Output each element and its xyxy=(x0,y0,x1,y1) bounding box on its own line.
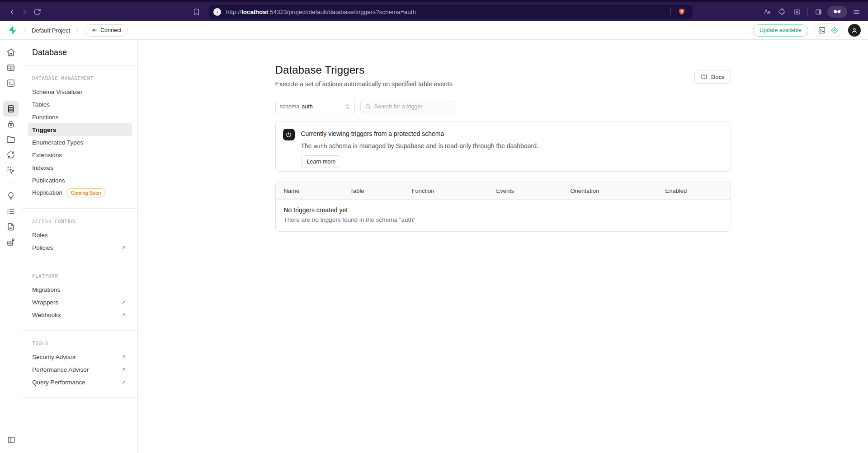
forward-icon[interactable] xyxy=(18,5,31,18)
column-header: Orientation xyxy=(571,187,665,194)
section-header: TOOLS xyxy=(22,337,137,350)
section-database-management: DATABASE MANAGEMENT Schema Visualizer Ta… xyxy=(22,65,137,208)
brave-shield-icon[interactable] xyxy=(675,5,688,18)
sidebar-item-triggers[interactable]: Triggers xyxy=(28,123,132,136)
sidebar-item-enumerated-types[interactable]: Enumerated Types xyxy=(28,136,132,149)
external-link-icon xyxy=(121,299,127,305)
database-icon[interactable] xyxy=(3,101,19,117)
external-link-icon xyxy=(121,379,127,385)
empty-state-title: No triggers created yet xyxy=(284,206,722,214)
trigger-search[interactable] xyxy=(360,100,455,113)
section-platform: PLATFORM Migrations Wrappers Webhooks xyxy=(22,263,137,330)
column-header: Name xyxy=(284,187,350,194)
wallet-search-icon[interactable] xyxy=(791,5,803,18)
rail-divider xyxy=(5,96,17,96)
protected-schema-banner: Currently viewing triggers from a protec… xyxy=(275,121,731,172)
section-access-control: ACCESS CONTROL Roles Policies xyxy=(22,209,137,263)
banner-title: Currently viewing triggers from a protec… xyxy=(301,130,538,137)
sidebar-item-wrappers[interactable]: Wrappers xyxy=(28,296,132,308)
triggers-table: Name Table Function Events Orientation E… xyxy=(275,182,731,232)
terminal-icon[interactable] xyxy=(818,26,826,34)
sidebar-item-schema-visualizer[interactable]: Schema Visualizer xyxy=(28,85,132,98)
search-input[interactable] xyxy=(374,103,451,110)
main-content: Database Triggers Execute a set of actio… xyxy=(138,40,868,453)
sidebar-panel-icon[interactable] xyxy=(812,5,825,18)
home-icon[interactable] xyxy=(3,45,19,60)
sidebar-item-extensions[interactable]: Extensions xyxy=(28,149,132,161)
sidebar-item-migrations[interactable]: Migrations xyxy=(28,283,132,296)
plug-icon xyxy=(91,27,97,33)
docs-button[interactable]: Docs xyxy=(694,70,731,84)
logs-list-icon[interactable] xyxy=(3,204,19,219)
book-icon xyxy=(701,74,708,80)
sidebar-title: Database xyxy=(22,40,137,65)
back-icon[interactable] xyxy=(5,5,18,18)
site-info-icon[interactable] xyxy=(213,8,221,16)
alert-icon xyxy=(283,129,295,140)
integrations-blocks-icon[interactable] xyxy=(3,234,19,250)
section-header: ACCESS CONTROL xyxy=(22,215,137,229)
coming-soon-badge: Coming Soon xyxy=(66,188,106,197)
sidebar-item-publications[interactable]: Publications xyxy=(28,174,132,187)
sidebar-item-indexes[interactable]: Indexes xyxy=(28,161,132,174)
external-link-icon xyxy=(121,367,127,373)
brave-rewards-pill[interactable] xyxy=(827,6,847,18)
sidebar-item-security-advisor[interactable]: Security Advisor xyxy=(28,350,132,363)
browser-actions: Aa xyxy=(762,5,863,18)
api-docs-icon[interactable] xyxy=(3,219,19,234)
sidebar-item-functions[interactable]: Functions xyxy=(28,111,132,123)
translate-icon[interactable]: Aa xyxy=(762,9,773,14)
update-available-button[interactable]: Update available xyxy=(753,24,808,37)
toolbar-divider xyxy=(807,8,808,15)
reload-icon[interactable] xyxy=(31,5,43,18)
learn-more-button[interactable]: Learn more xyxy=(301,155,342,168)
collapse-panel-icon[interactable] xyxy=(4,432,19,448)
schema-select[interactable]: schema auth xyxy=(275,100,355,113)
sidebar-item-roles[interactable]: Roles xyxy=(28,229,132,241)
column-header: Events xyxy=(496,187,571,194)
sidebar-item-replication[interactable]: Replication Coming Soon xyxy=(28,187,132,199)
connect-button[interactable]: Connect xyxy=(85,24,128,37)
reports-lightbulb-icon[interactable] xyxy=(3,188,19,204)
storage-folder-icon[interactable] xyxy=(3,132,19,147)
table-editor-icon[interactable] xyxy=(3,60,19,75)
external-link-icon xyxy=(121,312,127,318)
bookmark-icon[interactable] xyxy=(190,5,203,18)
realtime-icon[interactable] xyxy=(3,147,19,163)
status-diamond-icon[interactable] xyxy=(830,26,839,34)
breadcrumb-project[interactable]: Default Project xyxy=(32,27,70,34)
chevrons-up-down-icon xyxy=(344,103,350,110)
schema-code: auth xyxy=(314,143,327,149)
page-title: Database Triggers xyxy=(275,64,453,76)
url-bar[interactable]: http://localhost:54323/project/default/d… xyxy=(209,5,693,19)
sidebar-item-tables[interactable]: Tables xyxy=(28,98,132,111)
sidebar-item-performance-advisor[interactable]: Performance Advisor xyxy=(28,363,132,376)
column-header: Function xyxy=(412,187,496,194)
rail-divider xyxy=(5,183,17,183)
search-icon xyxy=(365,103,371,110)
page-subtitle: Execute a set of actions automatically o… xyxy=(275,80,453,88)
table-header-row: Name Table Function Events Orientation E… xyxy=(276,182,731,200)
url-divider xyxy=(670,8,671,15)
section-header: DATABASE MANAGEMENT xyxy=(22,72,137,85)
section-header: PLATFORM xyxy=(22,270,137,283)
auth-lock-icon[interactable] xyxy=(3,117,19,132)
browser-menu-icon[interactable] xyxy=(850,5,863,18)
database-sidebar: Database DATABASE MANAGEMENT Schema Visu… xyxy=(22,40,138,453)
banner-body: Theauthschema is managed by Supabase and… xyxy=(301,142,538,149)
app-header: / Default Project / Connect Update avail… xyxy=(0,21,868,40)
sidebar-divider xyxy=(22,397,137,398)
breadcrumb-separator: / xyxy=(24,27,25,34)
advisors-cursor-icon[interactable] xyxy=(3,163,19,178)
user-avatar[interactable] xyxy=(848,24,861,37)
extensions-puzzle-icon[interactable] xyxy=(775,5,788,18)
sidebar-item-policies[interactable]: Policies xyxy=(28,241,132,254)
sidebar-item-webhooks[interactable]: Webhooks xyxy=(28,308,132,321)
supabase-logo[interactable] xyxy=(7,25,17,35)
column-header: Enabled xyxy=(665,187,731,194)
browser-toolbar: http://localhost:54323/project/default/d… xyxy=(0,0,868,21)
sidebar-item-query-performance[interactable]: Query Performance xyxy=(28,376,132,388)
sql-editor-icon[interactable] xyxy=(3,75,19,91)
section-tools: TOOLS Security Advisor Performance Advis… xyxy=(22,331,137,397)
external-link-icon xyxy=(121,354,127,360)
